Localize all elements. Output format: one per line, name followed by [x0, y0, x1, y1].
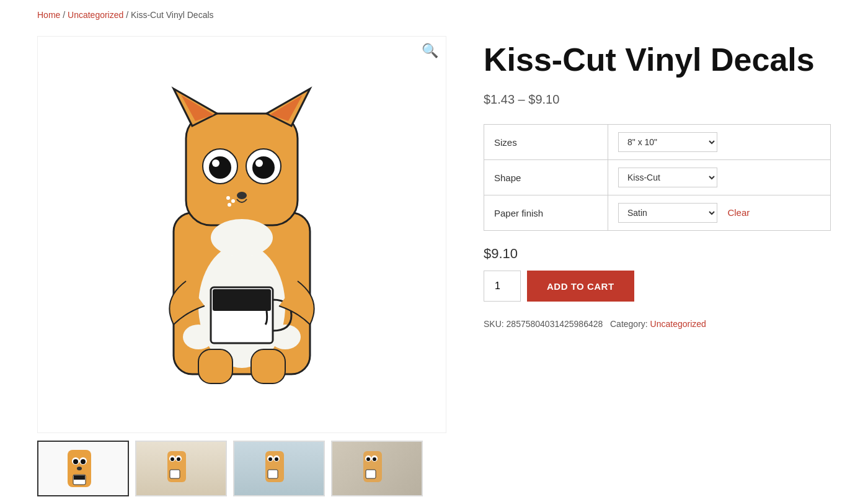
svg-point-15: [231, 199, 235, 203]
paper-finish-row: Paper finish Matte Satin Glossy Clear: [484, 195, 831, 231]
svg-point-11: [212, 159, 219, 167]
svg-point-47: [366, 457, 370, 461]
cart-row: ADD TO CART: [484, 271, 831, 302]
category-link[interactable]: Uncategorized: [650, 319, 706, 329]
shape-control: Kiss-Cut Die-Cut: [608, 160, 831, 195]
svg-point-18: [183, 325, 214, 349]
svg-point-48: [373, 457, 376, 461]
thumbnail-2[interactable]: [135, 441, 227, 496]
main-image: 🔍: [37, 36, 446, 433]
quantity-input[interactable]: [484, 271, 521, 302]
paper-finish-control: Matte Satin Glossy Clear: [608, 195, 831, 231]
svg-point-9: [209, 156, 231, 179]
sku-label: SKU:: [484, 319, 504, 329]
product-info: Kiss-Cut Vinyl Decals $1.43 – $9.10 Size…: [484, 36, 831, 496]
shape-label: Shape: [484, 160, 608, 195]
product-title: Kiss-Cut Vinyl Decals: [484, 42, 831, 78]
sku-value: 28575804031425986428: [507, 319, 603, 329]
cart-section: $9.10 ADD TO CART: [484, 246, 831, 302]
category-label: Category:: [610, 319, 648, 329]
thumbnail-1[interactable]: [37, 441, 129, 496]
svg-rect-21: [213, 289, 271, 311]
svg-rect-23: [251, 349, 285, 383]
paper-finish-select[interactable]: Matte Satin Glossy: [618, 203, 717, 223]
svg-point-35: [170, 457, 174, 461]
svg-point-17: [211, 219, 273, 256]
svg-point-36: [177, 457, 180, 461]
sizes-row: Sizes 3" x 3" 4" x 4" 5" x 5" 6" x 6" 8"…: [484, 125, 831, 160]
shape-row: Shape Kiss-Cut Die-Cut: [484, 160, 831, 195]
clear-link[interactable]: Clear: [727, 207, 750, 218]
product-meta: SKU: 28575804031425986428 Category: Unca…: [484, 319, 831, 329]
add-to-cart-button[interactable]: ADD TO CART: [527, 271, 634, 302]
svg-point-13: [237, 192, 247, 199]
price-range: $1.43 – $9.10: [484, 92, 831, 107]
product-image: [136, 76, 347, 393]
svg-rect-43: [268, 470, 278, 478]
breadcrumb: Home / Uncategorized / Kiss-Cut Vinyl De…: [0, 0, 868, 30]
svg-point-16: [228, 203, 231, 207]
svg-point-29: [77, 467, 82, 470]
svg-point-28: [81, 459, 86, 464]
svg-point-10: [252, 156, 275, 179]
breadcrumb-current: Kiss-Cut Vinyl Decals: [131, 10, 214, 20]
svg-rect-49: [366, 470, 376, 478]
svg-rect-37: [170, 470, 180, 478]
svg-point-27: [73, 459, 78, 464]
sizes-control: 3" x 3" 4" x 4" 5" x 5" 6" x 6" 8" x 10": [608, 125, 831, 160]
shape-select[interactable]: Kiss-Cut Die-Cut: [618, 168, 717, 187]
main-content: 🔍: [0, 30, 868, 502]
svg-rect-31: [74, 475, 85, 480]
thumbnail-strip: [37, 441, 446, 496]
current-price: $9.10: [484, 246, 831, 262]
zoom-icon[interactable]: 🔍: [422, 44, 438, 58]
thumbnail-4[interactable]: [331, 441, 423, 496]
svg-point-14: [226, 196, 230, 200]
breadcrumb-uncategorized[interactable]: Uncategorized: [68, 10, 123, 20]
thumbnail-3[interactable]: [233, 441, 325, 496]
svg-rect-22: [198, 349, 232, 383]
svg-point-12: [255, 159, 263, 167]
breadcrumb-home[interactable]: Home: [37, 10, 60, 20]
options-table: Sizes 3" x 3" 4" x 4" 5" x 5" 6" x 6" 8"…: [484, 124, 831, 231]
sizes-select[interactable]: 3" x 3" 4" x 4" 5" x 5" 6" x 6" 8" x 10": [618, 132, 717, 152]
sizes-label: Sizes: [484, 125, 608, 160]
product-gallery: 🔍: [37, 36, 446, 496]
paper-finish-label: Paper finish: [484, 195, 608, 231]
svg-point-41: [268, 457, 272, 461]
svg-point-42: [275, 457, 278, 461]
